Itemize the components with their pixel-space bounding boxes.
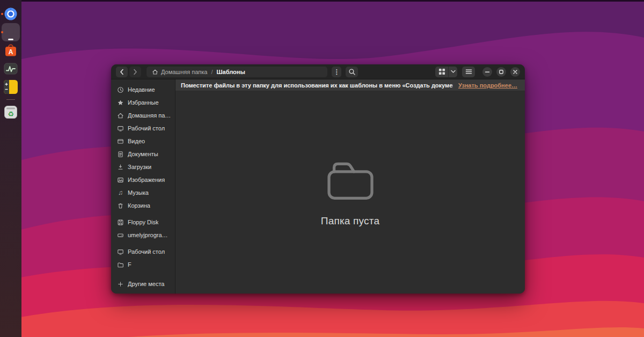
infobar-message: Поместите файлы в эту папку для использо… [181,82,453,89]
sidebar-item-pictures[interactable]: Изображения [111,173,175,186]
window-body: Недавние Избранные Домашняя папка [111,79,525,294]
minimize-icon [485,69,490,75]
sidebar-item-label: Недавние [128,86,155,93]
sidebar-item-starred[interactable]: Избранные [111,96,175,109]
clock-icon [117,86,124,93]
calculator-icon [4,80,18,94]
sidebar-item-label: Видео [128,138,145,144]
home-icon [152,69,158,75]
close-button[interactable] [510,67,520,77]
svg-text:A: A [9,48,13,56]
dock: A ♻ [0,0,21,337]
sidebar-item-trash[interactable]: Корзина [111,199,175,212]
dock-separator [6,99,15,100]
folder-icon [117,261,124,268]
sidebar-item-label: F [128,261,131,268]
svg-text:♻: ♻ [8,110,14,118]
sidebar-item-desktop[interactable]: Рабочий стол [111,122,175,135]
running-indicator [1,13,3,15]
trash-icon: ♻ [4,105,18,119]
dock-item-ubuntu-software[interactable]: A [2,41,20,60]
sidebar-item-home[interactable]: Домашняя папка [111,109,175,122]
sidebar-item-other-locations[interactable]: Другие места [111,277,175,290]
search-icon [348,68,356,76]
floppy-icon [117,219,124,226]
sidebar: Недавние Избранные Домашняя папка [111,79,175,294]
back-button[interactable] [116,67,128,77]
breadcrumb[interactable]: Домашняя папка / Шаблоны [147,67,327,77]
drive-icon [117,232,124,239]
dock-item-files[interactable] [2,23,20,41]
sidebar-item-f-bookmark[interactable]: F [111,258,175,271]
learn-more-link[interactable]: Узнать подробнее… [458,82,517,89]
desktop: A ♻ [0,0,644,337]
star-icon [117,99,124,106]
kebab-icon: ⋮ [333,69,340,75]
breadcrumb-home[interactable]: Домашняя папка [161,69,207,75]
main-pane: Поместите файлы в эту папку для использо… [175,79,525,294]
dock-item-system-monitor[interactable] [2,60,20,78]
music-icon: ♫ [117,189,124,196]
sidebar-item-videos[interactable]: Видео [111,135,175,148]
empty-folder-title: Папка пуста [321,215,379,227]
sidebar-item-downloads[interactable]: Загрузки [111,160,175,173]
titlebar: Домашняя папка / Шаблоны ⋮ [111,64,525,79]
folder-content-area[interactable]: Папка пуста [175,91,525,294]
chevron-down-icon [451,70,456,74]
breadcrumb-separator: / [211,69,213,75]
sidebar-item-label: Загрузки [128,164,151,170]
sidebar-section-gap [111,241,175,245]
path-menu-button[interactable]: ⋮ [332,67,341,77]
chevron-left-icon [120,69,124,75]
hamburger-icon [465,68,472,75]
breadcrumb-current: Шаблоны [217,69,245,75]
sidebar-item-volume[interactable]: umelyjprogramm… [111,229,175,241]
sidebar-item-label: Рабочий стол [128,125,165,131]
desktop-icon [117,248,124,255]
sidebar-item-floppy-disk[interactable]: Floppy Disk [111,216,175,229]
trash-icon [117,202,124,209]
sidebar-item-music[interactable]: ♫ Музыка [111,186,175,199]
sidebar-item-desktop-bookmark[interactable]: Рабочий стол [111,245,175,258]
minimize-button[interactable] [482,67,492,77]
grid-view-button[interactable] [435,67,448,77]
dock-item-calculator[interactable] [2,78,20,96]
sidebar-item-label: Корзина [128,202,150,209]
desktop-icon [117,125,124,132]
home-icon [117,112,124,119]
chevron-right-icon [133,69,137,75]
view-toggle-group [435,67,457,77]
sidebar-item-label: Документы [128,151,158,157]
sidebar-item-recent[interactable]: Недавние [111,83,175,96]
close-icon [513,69,518,75]
screen-top-edge [0,0,644,2]
running-indicator [1,31,3,33]
maximize-icon [499,69,504,75]
view-options-button[interactable] [448,67,457,77]
empty-folder-icon [326,158,375,201]
system-monitor-icon [4,62,18,76]
sidebar-item-documents[interactable]: Документы [111,148,175,160]
search-button[interactable] [346,67,358,77]
sidebar-item-label: Другие места [128,281,165,287]
image-icon [117,177,124,184]
document-icon [117,151,124,158]
sidebar-section-gap [111,212,175,216]
download-icon [117,164,124,171]
sidebar-item-label: Избранные [128,99,159,106]
ubuntu-software-icon: A [4,43,18,57]
chromium-icon [4,7,18,21]
video-icon [117,138,124,145]
dock-item-chromium[interactable] [2,5,20,23]
sidebar-item-label: Рабочий стол [128,248,165,255]
sidebar-item-label: Floppy Disk [128,219,158,225]
main-menu-button[interactable] [462,67,475,77]
templates-infobar: Поместите файлы в эту папку для использо… [175,79,525,91]
forward-button[interactable] [129,67,141,77]
dock-item-trash[interactable]: ♻ [2,103,20,121]
sidebar-item-label: umelyjprogramm… [128,232,172,238]
sidebar-flex-spacer [111,271,175,277]
maximize-button[interactable] [496,67,506,77]
plus-icon [117,281,124,288]
grid-view-icon [438,68,445,75]
